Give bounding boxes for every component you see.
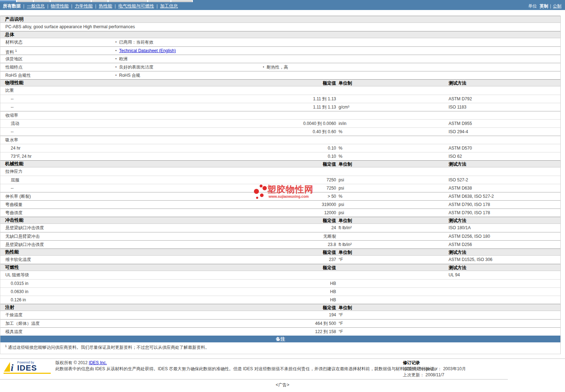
table-row: 比重: [0, 86, 560, 95]
section-header-general: 总体: [0, 31, 560, 38]
footnote-ref: 1: [15, 49, 17, 52]
column-header-value: 额定值: [222, 305, 336, 311]
copyright-year: © 2012: [74, 360, 88, 365]
property-label: 无缺口悬臂梁冲击: [0, 234, 40, 239]
property-label: UL 阻燃等级: [0, 272, 29, 277]
property-unit: °F: [339, 328, 343, 336]
test-method: ISO 527-2: [449, 176, 468, 184]
property-value: HB: [222, 280, 336, 287]
property-label: 流动: [0, 121, 19, 126]
section-header-injection: 注射额定值单位制: [0, 304, 560, 311]
column-header-unit: 单位制: [339, 217, 352, 224]
browser-tab-stub: [0, 0, 16, 2]
column-header-value: 额定值: [222, 249, 336, 256]
datasheet-link[interactable]: Technical Datasheet (English): [119, 48, 176, 53]
units-label: 单位: [528, 3, 537, 9]
property-label: 伸长率 (断裂): [0, 194, 31, 199]
property-label: 73°F, 24 hr: [0, 154, 31, 159]
column-header-unit: 单位制: [339, 305, 352, 311]
column-header-method: 测试方法: [449, 249, 466, 256]
test-method: ISO 180/1A: [449, 224, 471, 232]
table-row: 24 hr0.10%ASTM D570: [0, 144, 560, 152]
property-label: 模具温度: [0, 329, 22, 334]
nav-separator: |: [47, 4, 48, 9]
nav-tab-mechanical[interactable]: 力学性能: [75, 3, 92, 9]
nav-tab-all-data[interactable]: 所有数据: [3, 3, 21, 9]
property-value: 0.10: [222, 144, 336, 152]
section-header-impact: 冲击性能额定值单位制测试方法: [0, 217, 560, 224]
property-value: 464 到 500: [222, 320, 336, 327]
bullet-item: •已商用：当前有效: [115, 38, 154, 46]
bullet-icon: •: [115, 57, 117, 61]
nav-tab-processing[interactable]: 加工信息: [160, 3, 178, 9]
bullet-item: •欧洲: [115, 55, 128, 63]
ides-inc-link[interactable]: IDES Inc.: [89, 360, 107, 365]
table-row: 73°F, 24 hr0.10%ISO 62: [0, 152, 560, 160]
property-value: 0.10: [222, 152, 336, 160]
property-label: 悬壁梁缺口冲击强度: [0, 225, 44, 230]
property-value: 1.11 到 1.13: [222, 95, 336, 103]
section-title: 冲击性能: [0, 217, 24, 223]
table-row: 伸长率 (断裂)> 50%ASTM D638, ISO 527-2: [0, 192, 560, 200]
bullet-text: RoHS 合规: [119, 73, 140, 78]
table-row: RoHS 合规性•RoHS 合规: [0, 71, 560, 79]
test-method: ISO 294-4: [449, 128, 468, 136]
table-row: 悬壁梁缺口冲击强度24ft·lb/in²ISO 180/1A: [0, 224, 560, 232]
property-unit: in/in: [339, 120, 346, 127]
nav-tab-general-info[interactable]: 一般信息: [27, 3, 45, 9]
column-header-unit: 单位制: [339, 80, 352, 86]
test-method: ASTM D256, ISO 180: [449, 232, 490, 240]
bullet-text: 已商用：当前有效: [119, 40, 154, 45]
property-value: 122 到 158: [222, 328, 336, 336]
browser-tab-stub: [148, 0, 170, 2]
table-row: 0.0630 inHB: [0, 287, 560, 296]
bullet-text: 良好的表面光洁度: [119, 65, 154, 70]
nav-separator: |: [95, 4, 96, 9]
property-label: 资料 1: [0, 50, 17, 55]
table-row: 弯曲强度12000psiASTM D790, ISO 178: [0, 208, 560, 217]
nav-tab-electrical-flammability[interactable]: 电气性能与可燃性: [118, 3, 154, 9]
column-header-value: 额定值: [222, 217, 336, 224]
test-method: ASTM D1525, ISO 306: [449, 256, 492, 263]
property-label: 比重: [0, 88, 14, 93]
ides-logo-icon: i: [4, 361, 16, 372]
property-unit: ft·lb/in²: [339, 224, 352, 232]
property-unit: psi: [339, 201, 344, 208]
section-title: 注射: [0, 305, 14, 310]
revision-record: 修订记录 添加到 Prospector： 2003年10月 上次更新： 2008…: [403, 360, 466, 378]
table-row: 拉伸应力: [0, 167, 560, 176]
section-header-physical: 物理性能额定值单位制测试方法: [0, 79, 560, 86]
nav-tab-physical[interactable]: 物理性能: [51, 3, 69, 9]
property-label: 24 hr: [0, 146, 20, 151]
property-label: 供货地区: [0, 56, 22, 61]
property-label: 加工（熔体）温度: [0, 321, 40, 326]
property-label: 0.0315 in: [0, 281, 28, 286]
property-label: --: [0, 129, 14, 134]
table-row: 加工（熔体）温度464 到 500°F: [0, 319, 560, 327]
nav-tab-thermal[interactable]: 热性能: [99, 3, 112, 9]
column-header-value: 额定值: [222, 80, 336, 86]
property-value: 12000: [222, 209, 336, 217]
revision-updated: 上次更新： 2008/11/7: [403, 372, 466, 378]
unit-metric-link[interactable]: 公制: [553, 3, 561, 9]
page: 所有数据|一般信息|物理性能|力学性能|热性能|电气性能与可燃性|加工信息 单位…: [0, 0, 565, 392]
ad-divider: [0, 379, 508, 380]
bullet-icon: •: [115, 40, 117, 44]
section-title: 产品说明: [0, 16, 24, 22]
table-row: 悬壁梁缺口冲击强度23.8ft·lb/in²ASTM D256: [0, 240, 560, 248]
section-title: 可燃性: [0, 265, 19, 270]
unit-switcher: 单位 英制 | 公制: [528, 3, 561, 9]
disclaimer: 此数据表中的信息由 IDES 从该材料的生产商处获得。IDES 尽最大努力确保此…: [55, 366, 439, 372]
test-method: ASTM D638: [449, 184, 472, 192]
table-row: 屈服7250psiISO 527-2: [0, 176, 560, 184]
test-method: ASTM D638, ISO 527-2: [449, 192, 494, 200]
column-header-value: 额定值: [222, 161, 336, 167]
property-unit: %: [339, 192, 342, 200]
footnote-number: 1: [5, 344, 7, 348]
column-header-value: 额定值: [222, 265, 336, 271]
property-unit: %: [339, 152, 342, 160]
bullet-text: 欧洲: [119, 56, 128, 61]
product-description-text: PC-ABS alloy, good surface appearance Hi…: [0, 24, 135, 29]
table-row: --0.40 到 0.60%ISO 294-4: [0, 127, 560, 136]
bullet-icon: •: [263, 65, 264, 69]
